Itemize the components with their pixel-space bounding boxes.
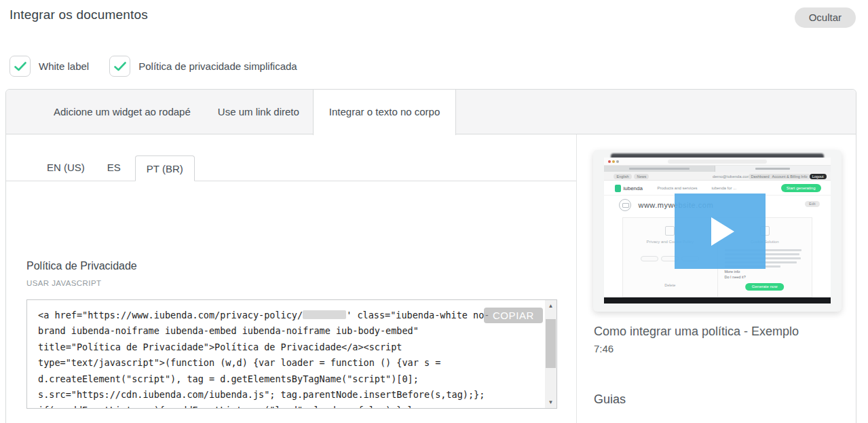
embed-code-text: <a href="https://www.iubenda.com/privacy… [27, 300, 545, 408]
white-label-label: White label [39, 60, 89, 72]
help-sidebar: English News demo@iubenda.com Dashboard … [576, 134, 856, 423]
scroll-down-arrow-icon[interactable]: ▼ [545, 397, 556, 408]
tab-direct-link[interactable]: Use um link direto [204, 90, 313, 134]
lang-tab-pt-br[interactable]: PT (BR) [135, 155, 195, 181]
page-title: Integrar os documentos [10, 7, 148, 22]
dock-bar [604, 297, 830, 304]
iubenda-logo-icon [615, 185, 621, 192]
embed-content: EN (US) ES PT (BR) Política de Privacida… [6, 134, 576, 423]
check-icon [114, 62, 126, 71]
tab-widget-footer[interactable]: Adicione um widget ao rodapé [40, 90, 204, 134]
video-duration: 7:46 [594, 343, 614, 354]
video-title: Como integrar uma política - Exemplo [594, 325, 799, 339]
nav-products: Products and services [657, 186, 697, 190]
copy-button[interactable]: COPIAR [484, 308, 543, 323]
monitor-icon [619, 199, 631, 211]
browser-tabs [604, 166, 830, 172]
browser-url-bar [668, 160, 768, 164]
redacted-policy-id [303, 310, 346, 319]
options-row: White label Política de privacidade simp… [10, 56, 309, 77]
delete-label: Delete [623, 283, 717, 287]
browser-tab-right [715, 166, 831, 172]
simplified-policy-checkbox[interactable] [109, 56, 130, 77]
lang-tab-es[interactable]: ES [99, 155, 129, 181]
language-pill: English [614, 174, 631, 179]
embed-panel: Adicione um widget ao rodapé Use um link… [5, 89, 856, 423]
browser-toolbar [604, 158, 830, 166]
traffic-light-yellow [612, 160, 615, 163]
iubenda-logo-text: iubenda [623, 185, 642, 191]
tab-embed-body[interactable]: Integrar o texto no corpo [313, 90, 456, 135]
dashboard-pill: Dashboard [749, 174, 772, 179]
code-scrollbar[interactable]: ▲ ▼ [545, 300, 556, 408]
nav-iubenda-for: iubenda for ... [711, 186, 736, 190]
account-email: demo@iubenda.com [713, 174, 750, 179]
play-icon [711, 217, 734, 246]
embed-method-tabs: Adicione um widget ao rodapé Use um link… [6, 90, 856, 134]
browser-tab-left [604, 166, 715, 172]
document-icon [665, 226, 675, 236]
lang-tab-en-us[interactable]: EN (US) [39, 155, 93, 181]
news-pill: News [634, 174, 649, 179]
play-button[interactable] [675, 194, 766, 269]
hide-button[interactable]: Ocultar [795, 7, 856, 28]
scroll-up-arrow-icon[interactable]: ▲ [545, 300, 556, 312]
document-title: Política de Privacidade [26, 260, 137, 272]
language-tabs: EN (US) ES PT (BR) [6, 155, 576, 181]
edit-pill: Edit [805, 201, 819, 207]
traffic-light-red [608, 160, 611, 163]
start-generating-button: Start generating [781, 184, 821, 192]
method-label: USAR JAVASCRIPT [26, 279, 101, 287]
video-thumbnail[interactable]: English News demo@iubenda.com Dashboard … [593, 150, 842, 312]
simplified-policy-label: Política de privacidade simplificada [138, 60, 297, 72]
white-label-checkbox[interactable] [10, 56, 31, 77]
scrollbar-thumb[interactable] [546, 319, 556, 368]
logout-pill: Logout [810, 174, 827, 179]
check-icon [14, 62, 26, 71]
billing-pill: Account & Billing Info [770, 174, 810, 179]
do-i-need-it-link: Do I need it? [725, 275, 746, 279]
account-bar: English News demo@iubenda.com Dashboard … [604, 172, 830, 181]
guides-heading: Guias [594, 392, 626, 407]
more-info-link: More info [725, 270, 740, 274]
embed-code-textarea[interactable]: <a href="https://www.iubenda.com/privacy… [26, 299, 557, 409]
generate-now-button: Generate now [745, 283, 785, 291]
traffic-light-gray [616, 160, 619, 163]
